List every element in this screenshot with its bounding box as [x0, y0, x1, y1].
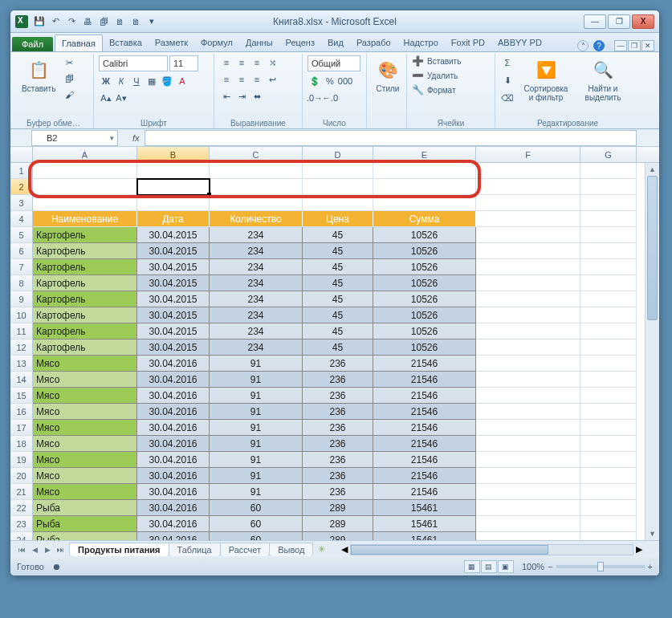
- cell[interactable]: 10526: [373, 259, 476, 275]
- cell[interactable]: 30.04.2016: [137, 372, 210, 388]
- ribbon-tab[interactable]: Данны: [239, 35, 279, 51]
- row-header[interactable]: 5: [10, 227, 33, 243]
- cell[interactable]: 45: [303, 291, 373, 307]
- increase-decimal-icon[interactable]: .0→: [307, 91, 322, 105]
- ribbon-tab[interactable]: Надстро: [397, 35, 445, 51]
- cell[interactable]: Мясо: [33, 468, 137, 484]
- cell[interactable]: [580, 195, 637, 211]
- clear-icon[interactable]: ⌫: [500, 91, 515, 105]
- cell[interactable]: 10526: [373, 307, 476, 323]
- row-header[interactable]: 7: [10, 259, 33, 275]
- cell[interactable]: 91: [210, 452, 303, 468]
- sort-filter-button[interactable]: 🔽 Сортировка и фильтр: [518, 55, 574, 104]
- maximize-button[interactable]: ❐: [608, 14, 630, 29]
- cell[interactable]: [137, 195, 210, 211]
- row-header[interactable]: 16: [10, 404, 33, 420]
- cell[interactable]: [476, 211, 580, 227]
- zoom-in-icon[interactable]: +: [648, 562, 653, 571]
- row-header[interactable]: 9: [10, 291, 33, 307]
- cell[interactable]: [476, 356, 580, 372]
- cell[interactable]: 30.04.2015: [137, 275, 210, 291]
- cell[interactable]: 236: [303, 452, 373, 468]
- ribbon-tab[interactable]: Формул: [194, 35, 239, 51]
- cell[interactable]: 236: [303, 372, 373, 388]
- cell[interactable]: [580, 420, 637, 436]
- sheet-tab[interactable]: Вывод: [269, 543, 313, 556]
- hscroll-thumb[interactable]: [351, 545, 548, 555]
- qat-more-icon[interactable]: ▾: [145, 15, 158, 28]
- sheet-tab[interactable]: Рассчет: [220, 543, 271, 556]
- cell[interactable]: 30.04.2015: [137, 307, 210, 323]
- number-format-combo[interactable]: Общий: [307, 55, 360, 71]
- cell[interactable]: 234: [210, 259, 303, 275]
- row-header[interactable]: 22: [10, 500, 33, 516]
- align-right-icon[interactable]: ≡: [250, 72, 264, 87]
- qat-btn[interactable]: 🖶: [81, 15, 94, 28]
- align-middle-icon[interactable]: ≡: [234, 55, 249, 70]
- column-header[interactable]: C: [210, 147, 303, 162]
- cell[interactable]: [580, 452, 637, 468]
- bold-button[interactable]: Ж: [99, 74, 113, 88]
- cell[interactable]: [580, 436, 637, 452]
- cell[interactable]: 30.04.2016: [137, 436, 210, 452]
- page-break-view-icon[interactable]: ▣: [498, 560, 514, 573]
- cell[interactable]: 236: [303, 388, 373, 404]
- cell[interactable]: 236: [303, 436, 373, 452]
- row-header[interactable]: 2: [10, 179, 33, 195]
- cell[interactable]: [476, 275, 580, 291]
- autosum-icon[interactable]: Σ: [500, 55, 515, 70]
- cell[interactable]: 30.04.2016: [137, 516, 210, 532]
- horizontal-scrollbar[interactable]: ◀ ▶: [339, 544, 645, 555]
- column-header[interactable]: A: [33, 147, 137, 162]
- decrease-indent-icon[interactable]: ⇤: [219, 89, 234, 104]
- comma-icon[interactable]: 000: [338, 74, 352, 88]
- cell[interactable]: 236: [303, 468, 373, 484]
- cell[interactable]: Картофель: [33, 307, 137, 323]
- cell[interactable]: 234: [210, 307, 303, 323]
- cell[interactable]: [580, 259, 637, 275]
- fill-icon[interactable]: ⬇: [500, 73, 515, 87]
- ribbon-tab[interactable]: Главная: [55, 35, 103, 51]
- wrap-text-icon[interactable]: ↩: [265, 72, 279, 87]
- copy-icon[interactable]: 🗐: [62, 71, 76, 86]
- cell[interactable]: Картофель: [33, 243, 137, 259]
- cell[interactable]: 30.04.2016: [137, 500, 210, 516]
- cell[interactable]: 15461: [373, 532, 476, 540]
- cell[interactable]: 30.04.2015: [137, 243, 210, 259]
- close-button[interactable]: X: [632, 14, 654, 29]
- cell[interactable]: 234: [210, 227, 303, 243]
- italic-button[interactable]: К: [114, 74, 128, 88]
- zoom-out-icon[interactable]: −: [548, 562, 552, 571]
- format-painter-icon[interactable]: 🖌: [62, 87, 76, 102]
- ribbon-tab[interactable]: Реценз: [279, 35, 321, 51]
- cell[interactable]: 234: [210, 291, 303, 307]
- scroll-right-icon[interactable]: ▶: [633, 544, 645, 555]
- first-sheet-icon[interactable]: ⏮: [15, 543, 28, 556]
- cell[interactable]: 45: [303, 259, 373, 275]
- cell[interactable]: 30.04.2016: [137, 484, 210, 500]
- row-header[interactable]: 8: [10, 275, 33, 291]
- row-header[interactable]: 15: [10, 388, 33, 404]
- prev-sheet-icon[interactable]: ◀: [28, 543, 41, 556]
- delete-cells-button[interactable]: ➖Удалить: [412, 70, 458, 81]
- cell[interactable]: 30.04.2016: [137, 420, 210, 436]
- cell[interactable]: [373, 163, 476, 179]
- cell[interactable]: [476, 452, 580, 468]
- cell[interactable]: 10526: [373, 275, 476, 291]
- scroll-down-icon[interactable]: ▼: [646, 527, 659, 540]
- cell[interactable]: [303, 195, 373, 211]
- page-layout-view-icon[interactable]: ▤: [481, 560, 497, 573]
- cell[interactable]: 289: [303, 500, 373, 516]
- cell[interactable]: [580, 404, 637, 420]
- cell[interactable]: 30.04.2016: [137, 532, 210, 540]
- cell[interactable]: Картофель: [33, 275, 137, 291]
- cell[interactable]: [476, 500, 580, 516]
- row-header[interactable]: 4: [10, 211, 33, 227]
- formula-bar[interactable]: [145, 130, 637, 146]
- zoom-control[interactable]: 100% − +: [522, 562, 653, 571]
- cell[interactable]: 10526: [373, 339, 476, 356]
- row-header[interactable]: 1: [10, 163, 33, 179]
- column-header[interactable]: G: [580, 147, 637, 162]
- cell[interactable]: Наименование: [33, 211, 137, 227]
- cell[interactable]: [210, 179, 303, 195]
